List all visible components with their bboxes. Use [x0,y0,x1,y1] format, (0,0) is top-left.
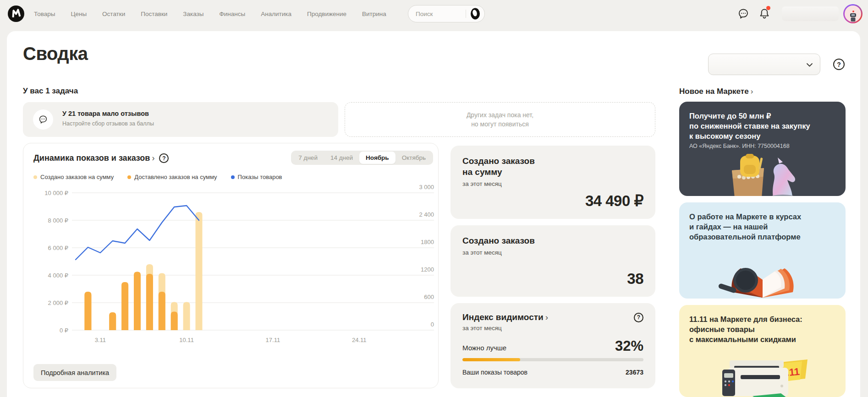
chevron-right-icon: › [152,153,154,163]
nav-item-ostatki[interactable]: Остатки [102,11,125,17]
promo-line: и гайдах — на нашей [689,222,835,232]
tasks-heading: У вас 1 задача [23,87,78,96]
bar [84,292,91,330]
dynamics-chart-card: Динамика показов и заказов› ? 7 дней 14 … [23,143,439,388]
chevron-right-icon: › [751,87,753,96]
left-axis-label: 8 000 ₽ [48,217,68,224]
nav-item-analitika[interactable]: Аналитика [261,11,291,17]
chart-help-icon[interactable]: ? [159,153,169,163]
detailed-analytics-button[interactable]: Подробная аналитика [33,364,116,381]
task-subtitle: Настройте сбор отзывов за баллы [62,120,154,127]
tab-october[interactable]: Октябрь [396,152,432,164]
created-orders-sum-value: 34 490 ₽ [585,192,643,210]
bar [146,274,153,330]
left-axis-label: 10 000 ₽ [44,190,68,196]
nav-item-postavki[interactable]: Поставки [141,11,167,17]
empty-line-2: но могут появиться [471,120,529,129]
book-magnifier-illustration [714,256,811,299]
task-title: У 21 товара мало отзывов [62,110,149,117]
market-news-heading-link[interactable]: Новое на Маркете› [679,87,753,96]
promo-line: образовательной платформе [689,232,835,242]
card-title-line: Создано заказов [462,156,643,167]
visibility-value: 32% [615,338,643,354]
search-separator [466,10,466,18]
empty-line-1: Других задач пока нет, [467,110,533,120]
visibility-period: за этот месяц [462,325,643,332]
right-axis-label: 3 000 [419,184,434,190]
right-axis-label: 1800 [421,239,434,245]
x-axis-label: 24.11 [352,337,367,343]
bar [109,312,116,330]
impressions-line [76,206,199,260]
chart-legend: Создано заказов на сумму Доставлено зака… [33,174,282,180]
yandex-market-logo-icon[interactable] [7,5,25,22]
impressions-label: Ваши показы товаров [462,369,527,376]
bar [121,282,128,330]
visibility-title-link[interactable]: Индекс видимости› [462,312,548,322]
profile-avatar[interactable] [843,4,863,23]
card-title-line: на сумму [462,167,643,178]
chart-title-link[interactable]: Динамика показов и заказов› [33,153,154,163]
visibility-progress-track [462,358,643,361]
task-card-reviews[interactable]: У 21 товара мало отзывов Настройте сбор … [23,102,338,137]
nav-item-finansy[interactable]: Финансы [219,11,245,17]
business-selector-dropdown[interactable] [708,54,820,75]
chevron-right-icon: › [545,312,548,322]
review-bubble-icon [33,109,53,130]
promo-card-1111-sale[interactable]: 11.11 на Маркете для бизнеса: офисные то… [679,305,846,397]
avatar-robot-icon [848,10,857,22]
promo-card-education[interactable]: О работе на Маркете в курсах и гайдах — … [679,202,846,299]
created-orders-count-card: Создано заказов за этот месяц 38 [450,225,655,297]
printer-illustration: 11.11 [712,356,813,397]
tab-november[interactable]: Ноябрь [359,152,396,164]
visibility-help-icon[interactable]: ? [634,313,643,322]
promo-line: к высокому сезону [689,131,835,141]
topbar: Товары Цены Остатки Поставки Заказы Фина… [0,0,868,27]
nav-item-zakazy[interactable]: Заказы [183,11,203,17]
promo-line: с максимальными скидками [689,334,835,344]
bar [171,312,178,331]
legend-dot-impressions [231,175,235,179]
visibility-index-card: Индекс видимости› ? за этот месяц Можно … [450,303,655,388]
legend-dot-created [33,175,37,179]
promo-line: Получите до 50 млн ₽ [689,111,835,121]
shopping-bag-unicorn-illustration [719,153,806,196]
page-title: Сводка [23,44,88,64]
promo-card-bank-loan[interactable]: Получите до 50 млн ₽ по сниженной ставке… [679,102,846,196]
search-input[interactable] [416,11,458,17]
promo-legal-text: АО «Яндекс Банк». ИНН: 7750004168 [679,141,846,149]
search-box[interactable] [408,5,485,22]
right-axis-label: 0 [431,321,434,328]
page-help-icon[interactable]: ? [833,59,845,70]
left-axis-label: 0 ₽ [60,327,68,334]
nav-item-vitrina[interactable]: Витрина [362,11,386,17]
nav-item-tseny[interactable]: Цены [71,11,87,17]
card-title-line: Создано заказов [462,235,643,246]
promo-line: 11.11 на Маркете для бизнеса: [689,314,835,324]
chevron-down-icon [806,61,813,69]
legend-impressions: Показы товаров [231,174,282,180]
nav-item-prodvizhenie[interactable]: Продвижение [307,11,346,17]
impressions-value: 23673 [626,369,643,376]
tab-7-days[interactable]: 7 дней [292,152,324,164]
right-axis-label: 2 400 [419,211,434,218]
yandex-search-icon[interactable] [470,7,481,20]
nav-item-tovary[interactable]: Товары [34,11,55,17]
x-axis-label: 3.11 [95,337,106,343]
left-axis-label: 2 000 ₽ [48,299,68,306]
chat-icon[interactable] [737,7,750,20]
card-period: за этот месяц [462,180,643,187]
x-axis-label: 17.11 [266,337,280,343]
visibility-grade-label: Можно лучше [462,344,506,354]
promo-line: офисные товары [689,324,835,334]
left-axis-label: 6 000 ₽ [48,245,68,251]
promo-line: по сниженной ставке на закупку [689,121,835,131]
notification-badge [766,6,770,10]
promo-line: О работе на Маркете в курсах [689,212,835,222]
left-axis-label: 4 000 ₽ [48,272,68,279]
bar [196,212,203,330]
account-name-redacted[interactable] [782,6,839,21]
created-orders-sum-card: Создано заказовна сумму за этот месяц 34… [450,146,655,219]
card-period: за этот месяц [462,249,643,256]
tab-14-days[interactable]: 14 дней [324,152,359,164]
